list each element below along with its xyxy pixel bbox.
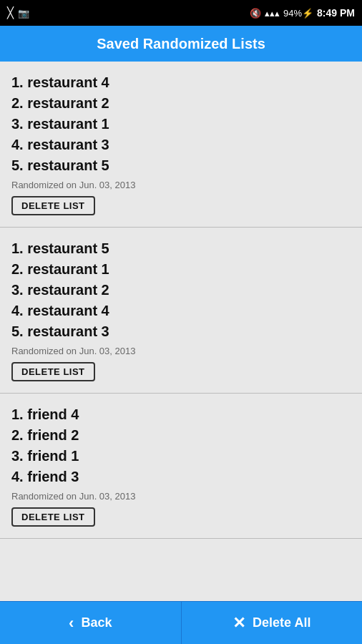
usb-icon: ╳ xyxy=(7,6,14,19)
delete-list-button-1[interactable]: DELETE LIST xyxy=(11,196,95,215)
content-area: 1. restaurant 42. restaurant 23. restaur… xyxy=(0,62,362,601)
status-right-icons: 🔇 ▴▴▴ 94%⚡ 8:49 PM xyxy=(250,7,355,19)
delete-all-icon: ✕ xyxy=(233,614,245,633)
list-item-row: 4. restaurant 4 xyxy=(11,301,351,321)
app-header: Saved Randomized Lists xyxy=(0,26,362,62)
list-item-row: 3. friend 1 xyxy=(11,447,351,466)
list-item-row: 3. restaurant 2 xyxy=(11,280,351,300)
list-item-row: 2. friend 2 xyxy=(11,426,351,445)
list-item-row: 1. friend 4 xyxy=(11,405,351,424)
status-left-icons: ╳ 📷 xyxy=(7,6,29,19)
back-label: Back xyxy=(81,615,112,630)
mute-icon: 🔇 xyxy=(250,8,261,19)
list-section-2: 1. restaurant 52. restaurant 13. restaur… xyxy=(0,228,362,394)
bottom-nav: ‹ Back ✕ Delete All xyxy=(0,601,362,644)
list-item-row: 1. restaurant 5 xyxy=(11,239,351,258)
list-item-row: 4. friend 3 xyxy=(11,467,351,487)
list-item-row: 1. restaurant 4 xyxy=(11,73,351,92)
list-section-3: 1. friend 42. friend 23. friend 14. frie… xyxy=(0,394,362,539)
list-section-1: 1. restaurant 42. restaurant 23. restaur… xyxy=(0,62,362,228)
image-icon: 📷 xyxy=(18,8,29,19)
battery-percent: 94%⚡ xyxy=(283,8,313,19)
randomized-date: Randomized on Jun. 03, 2013 xyxy=(11,491,351,502)
back-button[interactable]: ‹ Back xyxy=(0,602,182,644)
delete-list-button-3[interactable]: DELETE LIST xyxy=(11,507,95,527)
status-bar: ╳ 📷 🔇 ▴▴▴ 94%⚡ 8:49 PM xyxy=(0,0,362,26)
list-item-row: 4. restaurant 3 xyxy=(11,135,351,155)
list-item-row: 2. restaurant 1 xyxy=(11,260,351,279)
delete-all-button[interactable]: ✕ Delete All xyxy=(182,602,363,644)
randomized-date: Randomized on Jun. 03, 2013 xyxy=(11,180,351,190)
back-icon: ‹ xyxy=(69,614,74,633)
list-item-row: 5. restaurant 5 xyxy=(11,156,351,175)
list-item-row: 2. restaurant 2 xyxy=(11,94,351,113)
signal-icon: ▴▴▴ xyxy=(265,8,280,19)
app-header-title: Saved Randomized Lists xyxy=(7,34,355,53)
delete-list-button-2[interactable]: DELETE LIST xyxy=(11,362,95,381)
list-item-row: 5. restaurant 3 xyxy=(11,322,351,341)
list-item-row: 3. restaurant 1 xyxy=(11,114,351,134)
randomized-date: Randomized on Jun. 03, 2013 xyxy=(11,346,351,356)
status-time: 8:49 PM xyxy=(317,7,355,19)
delete-all-label: Delete All xyxy=(253,615,310,630)
